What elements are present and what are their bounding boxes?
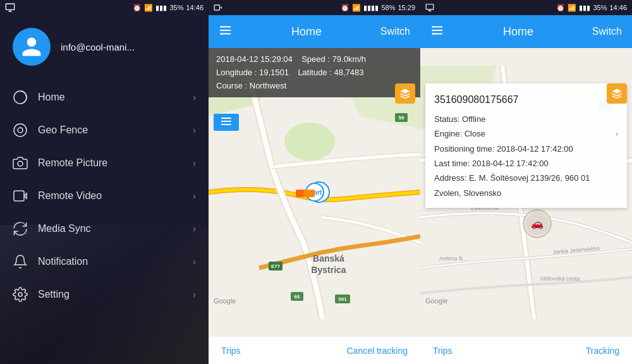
engine-row[interactable]: Engine: Close › [434,126,618,141]
alarm-icon: ⏰ [133,4,142,12]
svg-point-15 [220,26,222,28]
menu-video-label: Remote Video [38,190,183,202]
status-label: Status: Offline [434,112,485,126]
battery-tracking: 35% [593,4,607,11]
menu-home-label: Home [38,92,183,103]
trip-panel: ⏰ 📶 ▮▮▮▮ 58% 15:29 Home Switch [209,0,420,364]
tracking-link[interactable]: Tracking [586,346,619,356]
menu-geo-label: Geo Fence [38,124,183,136]
positioning-label: Positioning time: 2018-04-12 17:42:00 [434,142,573,156]
status-row: Status: Offline [434,112,618,126]
svg-point-21 [284,123,335,161]
layers-icon [399,88,411,99]
svg-text:🚗: 🚗 [531,217,544,229]
lasttime-label: Last time: 2018-04-12 17:42:00 [434,156,549,171]
svg-marker-69 [612,89,622,94]
trip-coords: Longitude : 19,1501 Latitude : 48,7483 [216,66,413,80]
trip-map[interactable]: R1 E77 Banská Bystrica 59 66 5 [209,48,420,336]
hamburger-svg [219,23,233,37]
chevron-icon: › [193,224,196,234]
svg-point-17 [220,33,222,35]
tracking-switch[interactable]: Switch [592,26,622,37]
svg-text:66: 66 [295,294,300,300]
menu-item-remote-picture[interactable]: Remote Picture › [0,147,209,179]
svg-text:59: 59 [399,115,404,121]
chevron-icon: › [193,289,196,300]
geo-fence-icon [13,123,28,138]
menu-item-geo-fence[interactable]: Geo Fence › [0,114,209,147]
menu-item-media-sync[interactable]: Media Sync › [0,212,209,245]
tracking-title: Home [503,25,533,39]
wifi-icon3: 📶 [568,4,576,12]
menu-hamburger-icon[interactable] [219,23,233,40]
time-display: 14:46 [186,4,204,11]
tracking-map[interactable]: 5 mája nácká cesta Železničná Janka Jese… [420,48,632,336]
chevron-icon: › [193,125,196,135]
address-label: Address: E. M. Šoltésovej 2139/26, 960 0… [434,171,618,200]
trips-tab-icon [221,118,231,125]
svg-rect-49 [432,26,443,27]
menu-picture-label: Remote Picture [38,157,183,169]
signal-icon: ▮▮▮ [155,4,167,12]
device-info-box: 351609080175667 Status: Offline Engine: … [425,83,627,208]
sync-icon [13,221,28,236]
svg-rect-10 [214,5,219,10]
google-branding: Google [214,297,236,305]
trip-title: Home [291,25,322,39]
tracking-panel: ⏰ 📶 ▮▮▮ 35% 14:46 Home Switch [420,0,632,364]
menu-notification-label: Notification [38,256,183,267]
svg-rect-7 [14,191,24,201]
menu-item-home[interactable]: Home › [0,81,209,114]
engine-label: Engine: Close [434,126,485,141]
svg-text:E77: E77 [271,264,281,269]
svg-rect-41 [221,124,231,125]
lasttime-row: Last time: 2018-04-12 17:42:00 [434,156,618,171]
svg-marker-45 [401,89,410,94]
tracking-footer: Trips Tracking [420,336,632,364]
user-icon [20,35,43,58]
time-tracking: 14:46 [609,4,627,11]
svg-rect-50 [432,30,443,31]
svg-rect-38 [303,190,315,197]
svg-text:Bystrica: Bystrica [311,265,346,275]
svg-rect-13 [221,30,231,31]
menu-item-setting[interactable]: Setting › [0,278,209,311]
user-section: info@cool-mani... [0,15,209,81]
svg-rect-40 [221,121,231,122]
status-bar-tracking: ⏰ 📶 ▮▮▮ 35% 14:46 [420,0,632,15]
menu-item-notification[interactable]: Notification › [0,245,209,278]
address-row: Address: E. M. Šoltésovej 2139/26, 960 0… [434,171,618,200]
menu-items: Home › Geo Fence › Remote Picture › Re [0,81,209,311]
trip-footer: Trips Cancel tracking [209,336,420,364]
device-id: 351609080175667 [434,91,618,109]
google-branding2: Google [425,297,447,305]
trip-switch[interactable]: Switch [380,26,410,37]
menu-hamburger-icon2[interactable] [430,23,444,40]
svg-rect-14 [221,33,231,34]
wifi-icon: 📶 [144,4,153,12]
svg-point-54 [432,33,434,35]
video-icon [13,188,28,203]
layers-icon2 [611,88,623,99]
tracking-trips-link[interactable]: Trips [433,346,453,356]
chevron-icon: › [193,92,196,102]
chevron-icon: › [193,191,196,201]
screen-icon2 [425,3,434,12]
map-overlay-icon-btn2[interactable] [607,83,627,104]
svg-point-52 [432,26,434,28]
cancel-tracking-link[interactable]: Cancel tracking [347,346,408,356]
status-bar-menu: ⏰ 📶 ▮▮▮ 35% 14:46 [0,0,209,15]
menu-item-remote-video[interactable]: Remote Video › [0,179,209,212]
notification-icon [13,254,28,269]
home-icon [13,90,28,105]
alarm-icon2: ⏰ [341,4,349,12]
trips-link[interactable]: Trips [221,346,241,356]
chevron-icon: › [193,257,196,267]
svg-text:Mófovská cesta: Mófovská cesta [540,276,580,282]
svg-rect-39 [221,118,231,119]
svg-text:591: 591 [338,296,347,302]
status-bar-trip: ⏰ 📶 ▮▮▮▮ 58% 15:29 [209,0,420,15]
trips-tab-button[interactable] [214,114,239,131]
svg-rect-12 [221,26,231,27]
map-overlay-icon-btn[interactable] [395,83,415,104]
